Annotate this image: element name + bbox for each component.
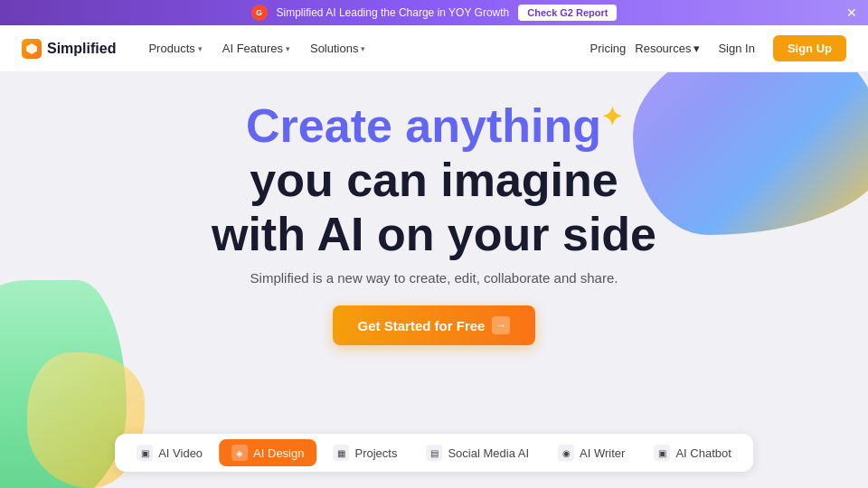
solutions-chevron-icon: ▾ xyxy=(361,44,365,53)
tab-ai-writer[interactable]: ◉ AI Writer xyxy=(545,439,637,466)
tab-social-media-ai-label: Social Media AI xyxy=(448,446,529,460)
g2-logo-icon: G xyxy=(251,5,268,21)
hero-spark-icon: ✦ xyxy=(601,103,622,131)
hero-headline-line2: you can imagine xyxy=(250,154,618,206)
close-announcement-button[interactable]: ✕ xyxy=(846,5,857,20)
products-menu[interactable]: Products ▾ xyxy=(141,36,209,61)
announcement-bar: G Simplified AI Leading the Charge in YO… xyxy=(0,0,868,25)
signin-link[interactable]: Sign In xyxy=(709,36,763,61)
feature-tabs: ▣ AI Video ◈ AI Design ▦ Projects ▤ Soci… xyxy=(115,434,753,472)
signup-button[interactable]: Sign Up xyxy=(773,35,846,61)
hero-section: Create anything✦ you can imagine with AI… xyxy=(0,72,868,345)
tab-ai-chatbot-label: AI Chatbot xyxy=(675,446,731,460)
social-media-ai-icon: ▤ xyxy=(426,445,442,461)
tab-social-media-ai[interactable]: ▤ Social Media AI xyxy=(413,439,542,466)
pricing-link[interactable]: Pricing xyxy=(590,42,627,55)
logo-text: Simplified xyxy=(47,41,116,57)
announcement-text: Simplified AI Leading the Charge in YOY … xyxy=(277,6,510,19)
hero-headline-colored: Create anything xyxy=(246,99,601,152)
products-chevron-icon: ▾ xyxy=(198,44,203,53)
nav-right: Pricing Resources ▾ Sign In Sign Up xyxy=(590,35,846,61)
arrow-icon: → xyxy=(492,316,510,334)
ai-video-icon: ▣ xyxy=(137,445,153,461)
get-started-button[interactable]: Get Started for Free → xyxy=(333,305,536,345)
main-content: Create anything✦ you can imagine with AI… xyxy=(0,72,868,488)
ai-design-icon: ◈ xyxy=(231,445,248,461)
ai-features-chevron-icon: ▾ xyxy=(286,44,290,53)
solutions-menu[interactable]: Solutions ▾ xyxy=(303,36,373,61)
check-report-button[interactable]: Check G2 Report xyxy=(518,5,617,21)
ai-writer-icon: ◉ xyxy=(558,445,574,461)
hero-subtext: Simplified is a new way to create, edit,… xyxy=(250,270,618,286)
logo-icon xyxy=(22,39,42,59)
hero-headline: Create anything✦ you can imagine with AI… xyxy=(212,99,656,261)
navbar: Simplified Products ▾ AI Features ▾ Solu… xyxy=(0,25,868,72)
resources-chevron-icon: ▾ xyxy=(693,42,700,55)
resources-menu[interactable]: Resources ▾ xyxy=(635,42,700,55)
tab-ai-chatbot[interactable]: ▣ AI Chatbot xyxy=(641,439,743,466)
ai-chatbot-icon: ▣ xyxy=(654,445,670,461)
projects-icon: ▦ xyxy=(333,445,349,461)
ai-features-menu[interactable]: AI Features ▾ xyxy=(215,36,297,61)
hero-headline-line3: with AI on your side xyxy=(212,208,656,260)
tab-ai-writer-label: AI Writer xyxy=(580,446,625,460)
logo[interactable]: Simplified xyxy=(22,39,116,59)
tab-projects[interactable]: ▦ Projects xyxy=(320,439,410,466)
nav-links: Products ▾ AI Features ▾ Solutions ▾ xyxy=(141,36,590,61)
tab-ai-video-label: AI Video xyxy=(158,446,203,460)
tab-ai-design[interactable]: ◈ AI Design xyxy=(219,439,316,466)
tab-ai-design-label: AI Design xyxy=(253,446,304,460)
tab-projects-label: Projects xyxy=(354,446,397,460)
tab-ai-video[interactable]: ▣ AI Video xyxy=(124,439,215,466)
